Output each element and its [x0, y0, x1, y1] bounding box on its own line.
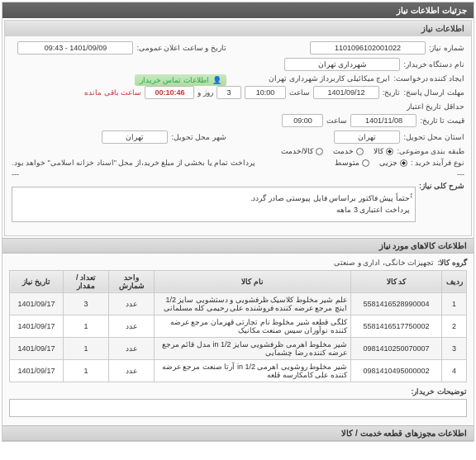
proc-note: پرداخت تمام یا بخشی از مبلغ خرید،از محل … — [12, 159, 255, 167]
announce-label: تاریخ و ساعت اعلان عمومی: — [136, 44, 226, 52]
col-row: ردیف — [442, 270, 467, 292]
minvalid-label1: حداقل تاریخ اعتبار — [407, 102, 464, 111]
table-header-row: ردیف کد کالا نام کالا واحد شمارش تعداد /… — [10, 270, 467, 292]
number-label: شماره نیاز: — [429, 44, 464, 52]
cell-unit: عدد — [109, 315, 155, 337]
cell-unit: عدد — [109, 292, 155, 315]
contact-button[interactable]: 👤 اطلاعات تماس خریدار — [135, 74, 226, 86]
cat-label: طبقه بندی موضوعی: — [397, 147, 464, 155]
timer-value: 00:10:46 — [145, 86, 194, 99]
rooz-label: روز و — [198, 88, 213, 97]
cell-unit: عدد — [109, 359, 155, 382]
deadline-days: 3 — [217, 86, 241, 99]
proc-partial-label: جزیی — [379, 159, 397, 167]
cat-both-radio[interactable]: کالا/خدمت — [281, 147, 324, 155]
cell-name: علم شیر مخلوط کلاسیک ظرفشویی و دستشویی س… — [155, 292, 351, 315]
cell-name: کلگی قطعه شیر مخلوط نام تجارتی قهرمان مر… — [155, 315, 351, 337]
items-table: ردیف کد کالا نام کالا واحد شمارش تعداد /… — [9, 270, 467, 382]
minvalid-date: 1401/11/08 — [350, 114, 416, 127]
contact-icon: 👤 — [212, 76, 221, 84]
table-row[interactable]: 30981410250070007شیر مخلوط اهرمی ظرفشویی… — [10, 337, 467, 359]
table-row[interactable]: 25581416517750002کلگی قطعه شیر مخلوط نام… — [10, 315, 467, 337]
footer-header: اطلاعات مجوزهای قطعه خدمت / کالا — [2, 425, 474, 441]
items-body: گروه کالا: تجهیزات خانگی، اداری و صنعتی … — [2, 254, 474, 425]
need-panel: اطلاعات نیاز شماره نیاز: 110109610200102… — [4, 20, 472, 236]
col-unit: واحد شمارش — [109, 270, 155, 292]
proc-mid-radio[interactable]: متوسط — [335, 159, 369, 167]
announce-value: 1401/09/09 - 09:43 — [17, 41, 133, 55]
radio-on-icon — [400, 159, 407, 167]
loc-prov-value: تهران — [334, 130, 400, 144]
group-label: گروه کالا: — [438, 258, 468, 267]
minvalid-label2: قیمت تا تاریخ: — [420, 116, 464, 125]
buyer-desc-label: توضیحات خریدار: — [412, 387, 468, 396]
need-header: اطلاعات نیاز — [5, 21, 471, 36]
proc-mid-label: متوسط — [335, 159, 359, 167]
loc-city-label: شهر محل تحویل: — [171, 133, 226, 141]
dash2: --- — [12, 170, 19, 178]
creator-value: ایرج میکائیلی کاربرداز شهرداری تهران — [269, 74, 390, 83]
cat-service-label: خدمت — [333, 147, 354, 155]
radio-off-icon — [362, 159, 369, 167]
cell-code: 0981410495000002 — [351, 359, 442, 382]
desc-line1: حتماً پیش فاکتور براساس فایل پیوستی صادر… — [17, 192, 410, 204]
cell-code: 5581416528990004 — [351, 292, 442, 315]
creator-label: ایجاد کننده درخواست: — [393, 74, 464, 83]
cell-n: 4 — [442, 359, 467, 382]
cell-name: شیر مخلوط روشویی اهرمی 1/2 in آرتا صنعت … — [155, 359, 351, 382]
cell-code: 5581416517750002 — [351, 315, 442, 337]
cell-date: 1401/09/17 — [10, 292, 64, 315]
cell-qty: 1 — [64, 337, 109, 359]
proc-label: نوع فرآیند خرید : — [411, 159, 464, 167]
cat-both-label: کالا/خدمت — [281, 147, 314, 155]
items-header: اطلاعات کالاهای مورد نیاز — [2, 238, 474, 254]
loc-city-value: تهران — [102, 130, 168, 144]
remain-label: ساعت باقی مانده — [84, 88, 141, 97]
minvalid-time: 09:00 — [282, 114, 323, 127]
deadline-date-label: تاریخ: — [383, 88, 401, 97]
deadline-label: مهلت ارسال پاسخ: — [403, 88, 464, 97]
radio-off-icon — [316, 148, 323, 155]
number-value: 1101096102001022 — [310, 41, 426, 55]
cat-goods-label: کالا — [374, 147, 383, 155]
buyer-desc-input[interactable] — [9, 399, 467, 417]
cat-radio-group: کالا خدمت کالا/خدمت — [281, 147, 394, 155]
deadline-date: 1401/09/12 — [313, 86, 379, 99]
buyer-value: شهرداری تهران — [284, 58, 400, 71]
loc-prov-label: استان محل تحویل: — [403, 133, 464, 141]
col-date: تاریخ نیاز — [10, 270, 64, 292]
cell-unit: عدد — [109, 337, 155, 359]
saat-label-2: ساعت — [326, 116, 347, 125]
radio-on-icon — [386, 148, 393, 155]
desc-line2: پرداخت اعتباری 3 ماهه — [17, 204, 410, 216]
cell-code: 0981410250070007 — [351, 337, 442, 359]
cell-qty: 1 — [64, 315, 109, 337]
table-row[interactable]: 15581416528990004علم شیر مخلوط کلاسیک ظر… — [10, 292, 467, 315]
cell-date: 1401/09/17 — [10, 359, 64, 382]
col-qty: تعداد / مقدار — [64, 270, 109, 292]
proc-radio-group: جزیی متوسط — [335, 159, 407, 167]
main-panel: جزئیات اطلاعات نیاز اطلاعات نیاز شماره ن… — [2, 2, 474, 442]
desc-label: شرح کلی نیاز: — [419, 182, 464, 190]
radio-off-icon — [356, 148, 364, 155]
saat-label-1: ساعت — [289, 88, 310, 97]
cell-n: 3 — [442, 337, 467, 359]
col-name: نام کالا — [155, 270, 351, 292]
cat-goods-radio[interactable]: کالا — [374, 147, 393, 155]
group-value: تجهیزات خانگی، اداری و صنعتی — [334, 258, 434, 267]
cell-date: 1401/09/17 — [10, 315, 64, 337]
cell-n: 1 — [442, 292, 467, 315]
dash1: --- — [457, 170, 464, 178]
buyer-label: نام دستگاه خریدار: — [403, 60, 464, 69]
cell-n: 2 — [442, 315, 467, 337]
need-body: شماره نیاز: 1101096102001022 تاریخ و ساع… — [5, 36, 471, 235]
contact-label: اطلاعات تماس خریدار — [140, 76, 209, 84]
cell-date: 1401/09/17 — [10, 337, 64, 359]
resize-icon[interactable]: ↕ — [410, 189, 414, 201]
cat-service-radio[interactable]: خدمت — [333, 147, 364, 155]
col-code: کد کالا — [351, 270, 442, 292]
table-row[interactable]: 40981410495000002شیر مخلوط روشویی اهرمی … — [10, 359, 467, 382]
cell-qty: 3 — [64, 292, 109, 315]
cell-qty: 1 — [64, 359, 109, 382]
proc-partial-radio[interactable]: جزیی — [379, 159, 407, 167]
